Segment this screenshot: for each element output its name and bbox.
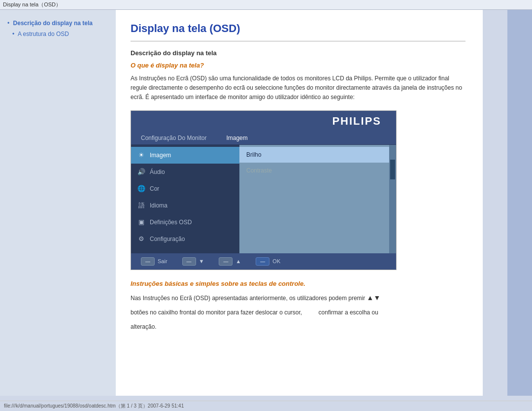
btn-ok-label: OK (272, 258, 280, 264)
osd-btn-sair[interactable]: — Sair (141, 257, 167, 266)
sidebar: • Descrição do display na tela • A estru… (0, 10, 116, 396)
audio-icon: 🔊 (137, 168, 146, 176)
page-title: Display na tela (OSD) (131, 22, 466, 35)
arrow-symbols: ▲▼ (367, 294, 381, 302)
config-icon: ⚙ (137, 235, 146, 243)
osd-icon: ▣ (137, 218, 146, 227)
body-text-1: As Instruções no Ecrã (OSD) são uma func… (131, 74, 466, 103)
osd-left-item-idioma[interactable]: 語 Idioma (131, 197, 239, 214)
osd-btn-ok[interactable]: — OK (256, 257, 280, 266)
osd-menu-item-imagem[interactable]: Imagem (226, 135, 247, 141)
osd-mockup: PHILIPS Configuração Do Monitor Imagem ☀… (131, 110, 397, 270)
sidebar-item-descricao[interactable]: • Descrição do display na tela (7, 20, 108, 27)
sidebar-item-estrutura[interactable]: • A estrutura do OSD (7, 31, 108, 37)
bottom-text-3: alteração. (131, 322, 466, 332)
osd-scroll-thumb[interactable] (390, 160, 395, 179)
section-heading: Descrição do display na tela (131, 49, 466, 57)
osd-right-panel: Brilho Contraste (239, 145, 389, 253)
bottom-text-1-span: Nas Instruções no Ecrã (OSD) apresentada… (131, 295, 365, 302)
title-bar: Display na tela（OSD） (0, 0, 532, 10)
osd-left-item-audio[interactable]: 🔊 Áudio (131, 164, 239, 180)
osd-menu-bar: Configuração Do Monitor Imagem (131, 132, 396, 145)
btn-sair-shape: — (141, 257, 155, 266)
up-arrow-icon: ▲ (235, 258, 241, 264)
btn-up-shape: — (219, 257, 233, 266)
bullet-icon: • (7, 20, 9, 27)
osd-footer: — Sair — ▼ — ▲ — OK (131, 253, 396, 270)
osd-left-panel: ☀ Imagem 🔊 Áudio 🌐 Cor 語 Idioma (131, 145, 239, 253)
down-arrow-icon: ▼ (199, 258, 204, 264)
bold-italic-heading: Instruções básicas e simples sobre as te… (131, 280, 466, 287)
osd-left-item-imagem-label: Imagem (150, 152, 171, 159)
section-divider (131, 41, 466, 41)
title-bar-text: Display na tela（OSD） (3, 1, 61, 7)
bullet-icon-2: • (12, 31, 14, 37)
bottom-text-2a: botões no caixilho frontal do monitor pa… (131, 309, 302, 316)
osd-right-item-5 (239, 210, 389, 226)
sidebar-link-descricao[interactable]: Descrição do display na tela (13, 20, 93, 27)
btn-sair-label: Sair (158, 258, 167, 264)
color-icon: 🌐 (137, 184, 146, 193)
osd-scroll-bar (389, 145, 396, 253)
sidebar-link-estrutura[interactable]: A estrutura do OSD (18, 31, 69, 37)
osd-left-item-definicoes[interactable]: ▣ Definições OSD (131, 214, 239, 231)
osd-left-item-cor-label: Cor (150, 185, 159, 192)
osd-left-item-cor[interactable]: 🌐 Cor (131, 180, 239, 197)
osd-left-item-audio-label: Áudio (150, 169, 165, 175)
sun-icon: ☀ (137, 151, 146, 160)
osd-body: ☀ Imagem 🔊 Áudio 🌐 Cor 語 Idioma (131, 145, 396, 253)
osd-left-item-idioma-label: Idioma (150, 202, 167, 209)
osd-right-item-contraste[interactable]: Contraste (239, 163, 389, 178)
bottom-text-2: botões no caixilho frontal do monitor pa… (131, 308, 466, 317)
osd-header: PHILIPS (131, 111, 396, 132)
bottom-text-1: Nas Instruções no Ecrã (OSD) apresentada… (131, 292, 466, 303)
osd-menu-item-config[interactable]: Configuração Do Monitor (141, 135, 206, 141)
italic-heading: O que é display na tela? (131, 62, 466, 69)
osd-left-item-definicoes-label: Definições OSD (150, 219, 192, 226)
osd-btn-down[interactable]: — ▼ (182, 257, 204, 266)
osd-right-item-brilho[interactable]: Brilho (239, 147, 389, 163)
content-area: Display na tela (OSD) Descrição do displ… (116, 10, 483, 396)
status-bar: file:///k/d/manual/portugues/19088/osd/o… (0, 401, 532, 411)
btn-down-shape: — (182, 257, 196, 266)
bottom-text-2b: confirmar a escolha ou (319, 309, 378, 316)
osd-left-item-configuracao-label: Configuração (150, 236, 185, 242)
osd-right-item-4 (239, 194, 389, 210)
philips-logo: PHILIPS (332, 115, 381, 128)
right-bar-outer (483, 10, 532, 396)
osd-left-item-configuracao[interactable]: ⚙ Configuração (131, 231, 239, 247)
osd-right-item-3 (239, 178, 389, 194)
main-layout: • Descrição do display na tela • A estru… (0, 10, 532, 396)
osd-left-item-imagem[interactable]: ☀ Imagem (131, 147, 239, 164)
btn-ok-shape: — (256, 257, 269, 266)
language-icon: 語 (137, 201, 146, 210)
right-bar-inner (507, 10, 532, 396)
osd-btn-up[interactable]: — ▲ (219, 257, 241, 266)
